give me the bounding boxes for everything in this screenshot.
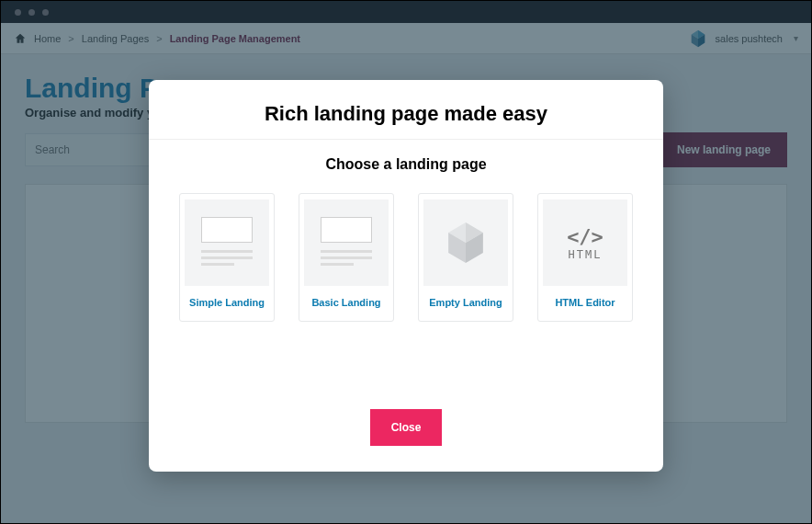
modal-subtitle: Choose a landing page [149,140,663,193]
template-html-editor[interactable]: </> HTML HTML Editor [537,193,633,322]
template-label: HTML Editor [555,286,615,315]
template-label: Empty Landing [429,286,502,315]
template-thumb: </> HTML [543,199,627,286]
window-titlebar [1,1,811,23]
template-thumb [304,199,389,286]
close-button[interactable]: Close [370,409,442,446]
window-dot [28,9,35,16]
window-dot [15,9,21,16]
modal-dialog: Rich landing page made easy Choose a lan… [149,80,663,472]
template-grid: Simple Landing Basic Landing [149,193,663,322]
html-icon: </> HTML [567,225,603,261]
template-thumb [423,199,508,286]
modal-overlay[interactable]: Rich landing page made easy Choose a lan… [1,23,811,523]
template-empty-landing[interactable]: Empty Landing [418,193,513,322]
template-label: Simple Landing [189,286,265,315]
template-label: Basic Landing [311,286,380,315]
modal-title: Rich landing page made easy [149,80,663,140]
template-basic-landing[interactable]: Basic Landing [299,193,394,322]
template-simple-landing[interactable]: Simple Landing [179,193,275,322]
template-thumb [185,199,269,286]
bolt-icon [447,222,484,263]
window-dot [42,9,49,16]
